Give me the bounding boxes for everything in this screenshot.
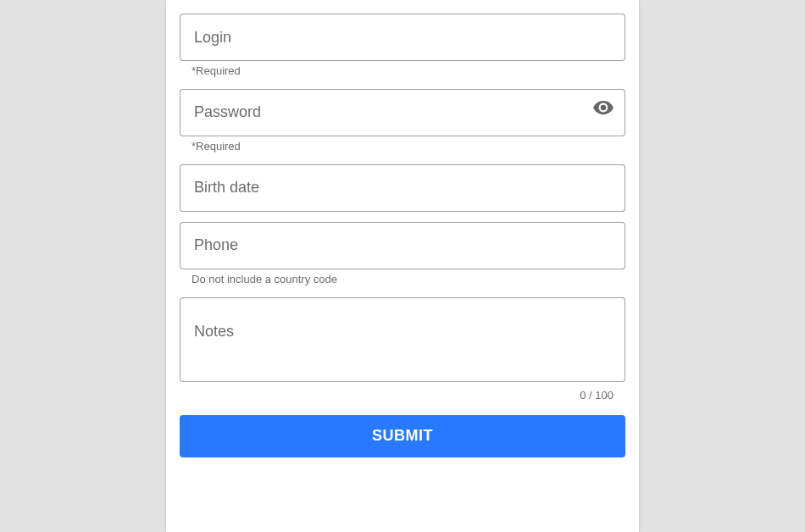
login-helper: *Required xyxy=(180,61,625,79)
birth-date-field-group xyxy=(180,154,625,212)
notes-input[interactable] xyxy=(180,297,625,382)
birth-date-input[interactable] xyxy=(180,164,625,212)
submit-button[interactable]: SUBMIT xyxy=(180,415,625,457)
login-field-group xyxy=(180,0,625,61)
password-helper: *Required xyxy=(180,136,625,154)
phone-helper: Do not include a country code xyxy=(180,269,625,287)
phone-input[interactable] xyxy=(180,222,625,269)
login-input[interactable] xyxy=(180,14,625,61)
password-input[interactable] xyxy=(180,89,625,136)
password-field-group xyxy=(180,79,625,136)
form-card: *Required *Required Do not include a cou… xyxy=(166,0,639,532)
eye-icon[interactable] xyxy=(583,87,624,128)
notes-counter: 0 / 100 xyxy=(180,385,625,403)
phone-field-group xyxy=(180,212,625,269)
notes-field-group xyxy=(180,287,625,385)
